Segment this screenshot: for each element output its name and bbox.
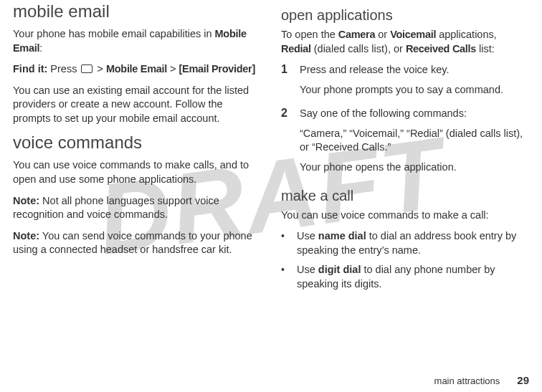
note-label: Note: xyxy=(13,230,39,242)
page-columns: mobile email Your phone has mobile email… xyxy=(0,0,542,297)
redial-bold: Redial xyxy=(281,43,311,54)
camera-bold: Camera xyxy=(338,29,375,40)
text: > xyxy=(94,63,106,75)
mobile-email-intro: Your phone has mobile email capabilities… xyxy=(13,27,261,55)
step-body: Press and release the voice key. Your ph… xyxy=(300,63,529,102)
mobile-email-body: You can use an existing email account fo… xyxy=(13,84,261,126)
footer-section: main attractions xyxy=(434,376,500,386)
bullet-dot: • xyxy=(281,263,288,291)
email-provider-menu: [Email Provider] xyxy=(179,63,255,75)
heading-voice-commands: voice commands xyxy=(13,133,261,153)
page-number: 29 xyxy=(517,374,529,386)
text: list: xyxy=(476,43,495,54)
step-2: 2 Say one of the following commands: “Ca… xyxy=(281,107,529,180)
bullet-1: • Use name dial to dial an address book … xyxy=(281,229,529,257)
note-1: Note: Not all phone languages support vo… xyxy=(13,194,261,222)
menu-key-icon xyxy=(81,64,92,73)
text: To open the xyxy=(281,29,338,40)
step-text: Your phone opens the application. xyxy=(300,161,529,175)
received-calls-bold: Received Calls xyxy=(406,43,476,54)
name-dial-bold: name dial xyxy=(318,230,366,242)
voice-commands-intro: You can use voice commands to make calls… xyxy=(13,158,261,186)
page-footer: main attractions29 xyxy=(434,374,529,386)
find-it-line: Find it: Press > Mobile Email > [Email P… xyxy=(13,62,261,77)
bullet-dot: • xyxy=(281,229,288,257)
mobile-email-menu: Mobile Email xyxy=(106,63,167,75)
bullet-list: • Use name dial to dial an address book … xyxy=(281,229,529,291)
bullet-body: Use digit dial to dial any phone number … xyxy=(297,263,529,291)
step-text: “Camera,” “Voicemail,” “Redial” (dialed … xyxy=(300,127,529,155)
right-column: open applications To open the Camera or … xyxy=(281,0,529,297)
step-text: Press and release the voice key. xyxy=(300,63,529,77)
text: : xyxy=(39,42,42,54)
step-1: 1 Press and release the voice key. Your … xyxy=(281,63,529,102)
heading-open-applications: open applications xyxy=(281,7,529,24)
text: applications, xyxy=(436,29,497,40)
heading-mobile-email: mobile email xyxy=(13,1,261,21)
text: or xyxy=(375,29,390,40)
step-number: 2 xyxy=(281,107,290,180)
text: Your phone has mobile email capabilities… xyxy=(13,28,215,39)
step-text: Say one of the following commands: xyxy=(300,107,529,121)
note-body: You can send voice commands to your phon… xyxy=(13,230,252,256)
steps-list: 1 Press and release the voice key. Your … xyxy=(281,63,529,180)
text: Use xyxy=(297,264,318,275)
step-text: Your phone prompts you to say a command. xyxy=(300,83,529,97)
text: (dialed calls list), or xyxy=(311,43,406,54)
heading-make-a-call: make a call xyxy=(281,188,529,204)
digit-dial-bold: digit dial xyxy=(318,264,361,275)
bullet-body: Use name dial to dial an address book en… xyxy=(297,229,529,257)
note-2: Note: You can send voice commands to you… xyxy=(13,229,261,257)
left-column: mobile email Your phone has mobile email… xyxy=(13,0,261,297)
text: > xyxy=(167,63,179,75)
open-apps-intro: To open the Camera or Voicemail applicat… xyxy=(281,28,529,56)
note-label: Note: xyxy=(13,195,39,206)
make-call-intro: You can use voice commands to make a cal… xyxy=(281,209,529,223)
bullet-2: • Use digit dial to dial any phone numbe… xyxy=(281,263,529,291)
text: Use xyxy=(297,230,318,242)
step-number: 1 xyxy=(281,63,290,102)
text: Press xyxy=(47,63,80,75)
voicemail-bold: Voicemail xyxy=(390,29,436,40)
note-body: Not all phone languages support voice re… xyxy=(13,195,219,221)
step-body: Say one of the following commands: “Came… xyxy=(300,107,529,180)
find-it-label: Find it: xyxy=(13,63,47,75)
